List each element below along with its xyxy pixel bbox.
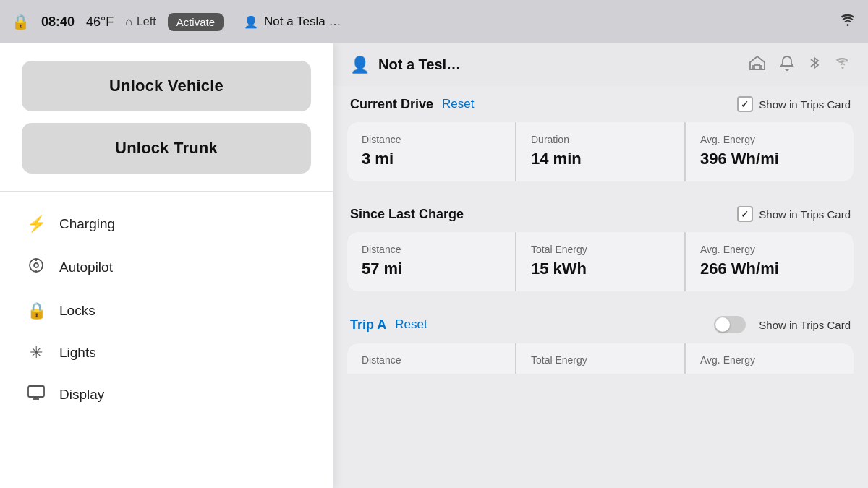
trip-a-header: Trip A Reset Show in Trips Card xyxy=(347,306,854,343)
since-last-charge-title-group: Since Last Charge xyxy=(350,207,464,222)
since-total-energy-label: Total Energy xyxy=(531,244,670,255)
right-header: 👤 Not a Tesl… xyxy=(333,43,868,86)
trip-a-reset-btn[interactable]: Reset xyxy=(395,317,427,332)
home-label: Left xyxy=(137,15,156,28)
autopilot-icon xyxy=(26,257,46,278)
account-icon: 👤 xyxy=(244,15,258,29)
current-drive-section: Current Drive Reset ✓ Show in Trips Card… xyxy=(347,86,854,181)
since-distance-label: Distance xyxy=(362,244,501,255)
since-last-charge-section: Since Last Charge ✓ Show in Trips Card D… xyxy=(347,196,854,291)
since-last-charge-show-trips: ✓ Show in Trips Card xyxy=(737,206,851,222)
current-drive-checkbox-label: Show in Trips Card xyxy=(759,98,851,111)
distance-label: Distance xyxy=(362,134,501,145)
trips-content: Current Drive Reset ✓ Show in Trips Card… xyxy=(333,86,868,488)
bell-icon xyxy=(780,55,794,74)
trip-a-toggle[interactable] xyxy=(714,316,746,333)
current-drive-stats: Distance 3 mi Duration 14 min Avg. Energ… xyxy=(347,122,854,181)
trip-a-partial-stats: Distance Total Energy Avg. Energy xyxy=(347,343,854,374)
since-avg-energy-label: Avg. Energy xyxy=(700,244,839,255)
trip-a-distance-label: Distance xyxy=(362,354,401,366)
current-drive-duration: Duration 14 min xyxy=(516,122,684,181)
display-label: Display xyxy=(59,387,104,403)
home-icon: ⌂ xyxy=(125,15,132,28)
garage-icon xyxy=(749,56,765,74)
sidebar-item-autopilot[interactable]: Autopilot xyxy=(0,245,333,290)
current-drive-show-trips: ✓ Show in Trips Card xyxy=(737,96,851,112)
energy-label: Avg. Energy xyxy=(700,134,839,145)
right-panel: 👤 Not a Tesl… xyxy=(333,43,868,488)
current-drive-title-group: Current Drive Reset xyxy=(350,97,474,112)
sidebar-nav: ⚡ Charging Autopilot 🔒 Locks xyxy=(0,192,333,488)
sidebar-item-display[interactable]: Display xyxy=(0,374,333,416)
current-drive-title: Current Drive xyxy=(350,97,433,112)
right-title: Not a Tesl… xyxy=(378,56,741,73)
duration-value: 14 min xyxy=(531,150,670,168)
activate-button[interactable]: Activate xyxy=(168,13,224,31)
trip-a-section: Trip A Reset Show in Trips Card Distance… xyxy=(347,306,854,374)
charging-label: Charging xyxy=(59,216,115,232)
unlock-area: Unlock Vehicle Unlock Trunk xyxy=(0,43,333,192)
svg-rect-4 xyxy=(28,386,44,397)
not-tesla-label: Not a Tesla … xyxy=(264,14,341,29)
right-user-icon: 👤 xyxy=(350,56,370,74)
unlock-vehicle-button[interactable]: Unlock Vehicle xyxy=(22,61,311,111)
sidebar-item-lights[interactable]: ✳ Lights xyxy=(0,332,333,374)
trip-a-avg-energy-label: Avg. Energy xyxy=(700,354,755,366)
lights-label: Lights xyxy=(59,345,96,361)
main-layout: Unlock Vehicle Unlock Trunk ⚡ Charging A… xyxy=(0,43,868,488)
since-last-charge-title: Since Last Charge xyxy=(350,207,464,222)
status-time: 08:40 xyxy=(41,14,75,30)
status-bar: 🔒 08:40 46°F ⌂ Left Activate 👤 Not a Tes… xyxy=(0,0,868,43)
wifi-icon xyxy=(835,56,851,73)
since-total-energy: Total Energy 15 kWh xyxy=(516,232,684,291)
status-home: ⌂ Left xyxy=(125,15,156,28)
autopilot-label: Autopilot xyxy=(59,260,113,275)
distance-value: 3 mi xyxy=(362,150,501,168)
sidebar-item-charging[interactable]: ⚡ Charging xyxy=(0,203,333,245)
since-avg-energy-value: 266 Wh/mi xyxy=(700,260,839,278)
since-avg-energy: Avg. Energy 266 Wh/mi xyxy=(686,232,854,291)
since-last-charge-checkbox-label: Show in Trips Card xyxy=(759,208,851,221)
current-drive-distance: Distance 3 mi xyxy=(347,122,515,181)
trip-a-title-group: Trip A Reset xyxy=(350,317,427,333)
since-last-charge-stats: Distance 57 mi Total Energy 15 kWh Avg. … xyxy=(347,232,854,291)
svg-point-1 xyxy=(34,263,38,267)
bluetooth-icon xyxy=(809,55,820,74)
since-last-charge-header: Since Last Charge ✓ Show in Trips Card xyxy=(347,196,854,232)
since-total-energy-value: 15 kWh xyxy=(531,260,670,278)
unlock-trunk-button[interactable]: Unlock Trunk xyxy=(22,123,311,174)
trip-a-show-trips: Show in Trips Card xyxy=(714,316,851,333)
display-icon xyxy=(26,385,46,404)
charging-icon: ⚡ xyxy=(26,215,46,234)
current-drive-checkbox[interactable]: ✓ xyxy=(737,96,753,112)
lights-icon: ✳ xyxy=(26,343,46,362)
account-area: 👤 Not a Tesla … xyxy=(244,14,341,29)
status-temp: 46°F xyxy=(86,14,114,30)
sidebar-item-locks[interactable]: 🔒 Locks xyxy=(0,290,333,332)
trip-a-total-energy-header: Total Energy xyxy=(516,343,684,374)
trip-a-avg-energy-header: Avg. Energy xyxy=(686,343,854,374)
right-icons xyxy=(749,55,851,74)
trip-a-toggle-label: Show in Trips Card xyxy=(759,319,851,331)
current-drive-header: Current Drive Reset ✓ Show in Trips Card xyxy=(347,86,854,122)
current-drive-energy: Avg. Energy 396 Wh/mi xyxy=(686,122,854,181)
since-last-charge-checkbox[interactable]: ✓ xyxy=(737,206,753,222)
trip-a-title[interactable]: Trip A xyxy=(350,317,386,333)
since-distance-value: 57 mi xyxy=(362,260,501,278)
lock-icon: 🔒 xyxy=(12,13,30,30)
duration-label: Duration xyxy=(531,134,670,145)
energy-value: 396 Wh/mi xyxy=(700,150,839,168)
wifi-icon-top xyxy=(839,14,856,30)
trip-a-distance-header: Distance xyxy=(347,343,515,374)
locks-icon: 🔒 xyxy=(26,301,46,320)
left-panel: Unlock Vehicle Unlock Trunk ⚡ Charging A… xyxy=(0,43,333,488)
locks-label: Locks xyxy=(59,303,95,319)
trip-a-total-energy-label: Total Energy xyxy=(531,354,587,366)
current-drive-reset[interactable]: Reset xyxy=(442,97,474,111)
since-distance: Distance 57 mi xyxy=(347,232,515,291)
